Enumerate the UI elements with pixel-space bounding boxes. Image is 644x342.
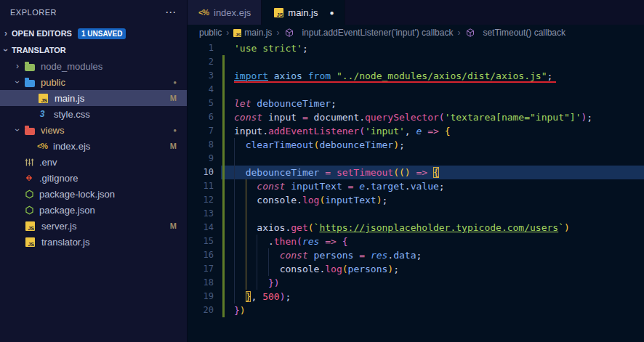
node-icon — [23, 190, 35, 199]
code-token: . — [365, 181, 371, 192]
file-label: package.json — [39, 205, 95, 216]
git-gutter-indicator — [221, 138, 227, 152]
code-line-3[interactable]: 3import axios from "../node_modules/axio… — [188, 69, 644, 83]
tree-item-env[interactable]: .env — [0, 154, 187, 170]
modified-m-badge: M — [170, 221, 181, 230]
tab-index-ejs[interactable]: <%index.ejs — [188, 0, 262, 25]
line-content: axios.get(`https://jsonplaceholder.typic… — [221, 221, 644, 235]
tree-item-server-js[interactable]: JSserver.jsM — [0, 218, 187, 234]
line-content: console.log(persons); — [221, 262, 644, 276]
code-token: setTimeout — [337, 167, 393, 178]
code-token — [342, 181, 348, 192]
tree-item-style-css[interactable]: 3style.css — [0, 106, 187, 122]
tree-item-public[interactable]: ›public● — [0, 74, 187, 90]
modified-m-badge: M — [170, 94, 181, 102]
code-line-20[interactable]: 20}) — [188, 304, 644, 317]
code-text: const inputText = e.target.value; — [227, 179, 644, 193]
tree-item-index-ejs[interactable]: <%index.ejsM — [0, 138, 187, 154]
active-indent-guide — [246, 221, 246, 235]
file-label: main.js — [55, 93, 84, 104]
indent-guide — [268, 248, 269, 262]
code-token — [427, 167, 433, 178]
git-gutter-indicator — [221, 124, 227, 138]
code-line-17[interactable]: 17 console.log(persons); — [188, 262, 644, 276]
code-token — [297, 112, 302, 123]
code-token: . — [297, 195, 302, 205]
code-line-18[interactable]: 18 }) — [188, 276, 644, 290]
breadcrumb-item-settimeout-callback[interactable]: setTimeout() callback — [464, 28, 565, 38]
code-line-7[interactable]: 7input.addEventListener('input', e => { — [188, 124, 644, 138]
code-token: ) — [393, 139, 399, 150]
chevron-right-icon: › — [0, 28, 12, 38]
open-editors-section[interactable]: › OPEN EDITORS 1 UNSAVED — [0, 25, 187, 42]
code-text: }, 500); — [227, 290, 644, 304]
code-line-19[interactable]: 19 }, 500); — [188, 290, 644, 304]
breadcrumb-item-public[interactable]: public — [199, 28, 222, 38]
code-line-14[interactable]: 14 axios.get(`https://jsonplaceholder.ty… — [188, 221, 644, 235]
code-token: clearTimeout — [246, 139, 314, 150]
public-folder-icon — [25, 80, 35, 87]
code-line-11[interactable]: 11 const inputText = e.target.value; — [188, 179, 644, 193]
tree-item-translator-js[interactable]: JStranslator.js — [0, 234, 187, 250]
indent-guide — [234, 207, 235, 221]
tree-item-node-modules[interactable]: ›node_modules — [0, 58, 187, 74]
tree-item-package-json[interactable]: package.json — [0, 202, 187, 218]
code-token — [308, 250, 314, 261]
line-content: }, 500); — [221, 290, 644, 304]
code-text: console.log(persons); — [227, 262, 644, 276]
unsaved-dot-icon[interactable]: ● — [330, 9, 334, 17]
active-indent-guide — [246, 193, 246, 207]
indent-guide — [257, 235, 257, 248]
css-file-icon: 3 — [36, 109, 48, 119]
code-text: const input = document.querySelector('te… — [227, 110, 644, 124]
line-number: 9 — [188, 152, 221, 166]
tab-main-js[interactable]: JSmain.js● — [262, 0, 345, 25]
line-content: input.addEventListener('input', e => { — [221, 124, 644, 138]
breadcrumb-item-main-js[interactable]: JSmain.js — [233, 28, 272, 38]
code-token: } — [268, 277, 274, 288]
more-actions-icon[interactable]: ⋯ — [165, 6, 177, 19]
tree-item-main-js[interactable]: JSmain.jsM — [0, 90, 187, 106]
code-text: debounceTimer = setTimeout(() => { — [227, 166, 644, 179]
js-file-icon: JS — [274, 8, 283, 17]
code-token: document — [314, 112, 360, 123]
code-line-9[interactable]: 9 — [188, 152, 644, 166]
code-text: let debounceTimer; — [227, 97, 644, 110]
git-gutter-indicator — [221, 290, 227, 304]
code-token — [262, 112, 268, 123]
code-line-8[interactable]: 8 clearTimeout(debounceTimer); — [188, 138, 644, 152]
code-text — [227, 152, 644, 166]
code-token: = — [325, 167, 331, 178]
code-line-1[interactable]: 1'use strict'; — [188, 41, 644, 55]
code-editor[interactable]: 1'use strict';23import axios from "../no… — [188, 41, 644, 342]
code-line-12[interactable]: 12 console.log(inputText); — [188, 193, 644, 207]
code-line-16[interactable]: 16 const persons = res.data; — [188, 248, 644, 262]
tree-item-package-lock-json[interactable]: package-lock.json — [0, 186, 187, 202]
active-indent-guide — [246, 235, 246, 248]
code-token — [257, 291, 262, 302]
code-token — [337, 236, 342, 247]
symbol-method-icon — [464, 28, 476, 37]
breadcrumb-label: public — [199, 28, 222, 38]
code-line-2[interactable]: 2 — [188, 55, 644, 69]
tree-item-views[interactable]: ›views● — [0, 122, 187, 138]
code-token: https://jsonplaceholder.typicode.com/use… — [319, 222, 558, 233]
code-text: clearTimeout(debounceTimer); — [227, 138, 644, 152]
code-line-5[interactable]: 5let debounceTimer; — [188, 97, 644, 110]
explorer-header: EXPLORER ⋯ — [0, 0, 187, 25]
code-token: log — [302, 195, 319, 205]
code-token: e — [359, 181, 365, 192]
code-line-13[interactable]: 13 — [188, 207, 644, 221]
code-line-15[interactable]: 15 .then(res => { — [188, 235, 644, 248]
workspace-root[interactable]: › TRANSLATOR — [0, 42, 187, 58]
code-line-10[interactable]: 10 debounceTimer = setTimeout(() => { — [188, 166, 644, 179]
vscode-window: EXPLORER ⋯ › OPEN EDITORS 1 UNSAVED › TR… — [0, 0, 644, 342]
code-line-4[interactable]: 4 — [188, 83, 644, 97]
code-token: log — [325, 264, 342, 274]
code-line-6[interactable]: 6const input = document.querySelector('t… — [188, 110, 644, 124]
breadcrumb-item-input-addeventlistener-input-c[interactable]: input.addEventListener('input') callback — [283, 28, 453, 38]
code-token: = — [359, 250, 365, 261]
code-token — [302, 70, 308, 81]
git-gutter-indicator — [221, 193, 227, 207]
tree-item-gitignore[interactable]: .gitignore — [0, 170, 187, 186]
